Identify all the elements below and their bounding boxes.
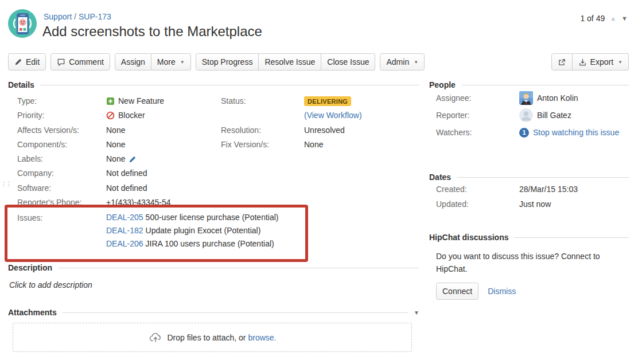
people-section-title: People — [429, 80, 456, 89]
comment-bubble-icon — [57, 58, 65, 66]
hipchat-prompt-text: Do you want to discuss this issue? Conne… — [436, 250, 621, 275]
assignee-name-link[interactable]: Anton Kolin — [537, 93, 578, 103]
chevron-down-icon: ▼ — [414, 60, 418, 65]
export-download-icon — [578, 58, 587, 66]
fix-version-value: None — [304, 138, 323, 152]
details-section-title: Details — [8, 80, 34, 89]
people-section-header: People — [429, 80, 629, 89]
reporter-row: Reporter: Bill Gatez — [429, 107, 629, 124]
reporters-phone-value: +1(433)-43345-54 — [106, 195, 170, 210]
issue-key-link[interactable]: DEAL-206 — [106, 239, 143, 248]
people-module: People Assignee: Anton Kolin Reporter: — [429, 80, 629, 141]
description-placeholder[interactable]: Click to add description — [9, 280, 419, 289]
field-row-status: Status: DELIVERING — [221, 94, 419, 108]
project-avatar — [8, 9, 37, 38]
workflow-group: Stop Progress Resolve Issue Close Issue — [196, 53, 376, 71]
upload-cloud-icon — [149, 331, 162, 345]
view-workflow-link[interactable]: (View Workflow) — [304, 108, 362, 123]
field-row-affects-version: Affects Version/s: None — [17, 123, 221, 138]
field-row-reporters-phone: Reporter's Phone: +1(433)-43345-54 — [17, 195, 221, 210]
field-row-fix-version: Fix Version/s: None — [221, 138, 419, 152]
assignee-avatar — [519, 91, 533, 105]
pager-previous-icon[interactable]: ▲ — [610, 15, 616, 22]
resolution-value: Unresolved — [304, 123, 345, 138]
drop-files-text: Drop files to attach, orbrowse. — [168, 333, 277, 342]
more-button[interactable]: More▼ — [151, 53, 191, 71]
blocker-priority-icon — [106, 111, 115, 120]
new-feature-icon — [106, 97, 115, 105]
issue-key-link[interactable]: DEAL-205 — [106, 213, 143, 222]
hipchat-section-header: HipChat discussions — [429, 233, 629, 242]
description-section-header: Description — [8, 263, 419, 272]
chevron-down-icon: ▼ — [618, 60, 623, 65]
jira-issue-page: Support/SUP-173 Add screenshots to the M… — [0, 0, 638, 364]
share-button[interactable] — [551, 53, 573, 71]
comment-button[interactable]: Comment — [50, 53, 110, 71]
issue-pager: 1 of 49 ▲ ▼ — [580, 14, 628, 23]
resolve-issue-button[interactable]: Resolve Issue — [259, 53, 321, 71]
attachments-section-title: Attachments — [8, 308, 57, 317]
description-module: Description Click to add description — [8, 263, 419, 289]
stop-watching-link[interactable]: Stop watching this issue — [533, 128, 619, 137]
affects-version-value: None — [106, 123, 125, 138]
reporter-name-link[interactable]: Bill Gatez — [537, 111, 571, 120]
attachment-drop-zone[interactable]: Drop files to attach, orbrowse. — [13, 323, 412, 352]
dates-section-header: Dates — [429, 173, 629, 182]
updated-value: Just now — [519, 197, 551, 212]
issue-key-link[interactable]: DEAL-182 — [106, 226, 143, 235]
software-value: Not defined — [106, 181, 147, 195]
chevron-down-icon: ▼ — [180, 60, 185, 65]
share-icon — [558, 58, 566, 66]
field-row-type: Type: New Feature — [17, 94, 221, 108]
created-row: Created: 28/Mar/15 15:03 — [429, 182, 629, 197]
dismiss-link[interactable]: Dismiss — [488, 287, 516, 296]
field-row-component: Component/s: None — [17, 138, 221, 152]
stop-progress-button[interactable]: Stop Progress — [196, 53, 259, 71]
status-badge: DELIVERING — [304, 96, 351, 106]
field-row-software: Software: Not defined — [17, 181, 221, 195]
field-row-resolution: Resolution: Unresolved — [221, 123, 419, 138]
breadcrumb-separator: / — [74, 12, 76, 21]
watchers-count-badge: 1 — [519, 128, 529, 138]
updated-row: Updated: Just now — [429, 197, 629, 212]
field-row-company: Company: Not defined — [17, 166, 221, 181]
reporter-avatar — [519, 108, 533, 122]
breadcrumb-issue-key-link[interactable]: SUP-173 — [79, 12, 111, 21]
component-value: None — [106, 138, 125, 152]
assign-more-group: Assign More▼ — [115, 53, 191, 71]
assign-button[interactable]: Assign — [115, 53, 151, 71]
field-row-issues: Issues: DEAL-205500-user license purchas… — [17, 211, 221, 251]
edit-labels-pencil-icon[interactable] — [129, 155, 137, 163]
toolbar: Edit Comment Assign More▼ Stop Progress … — [8, 53, 629, 71]
pager-next-icon[interactable]: ▼ — [621, 15, 628, 22]
details-section-header: Details — [8, 80, 419, 89]
priority-value: Blocker — [118, 108, 145, 123]
edit-button[interactable]: Edit — [8, 53, 46, 71]
collapse-section-icon[interactable]: ▼ — [414, 310, 419, 316]
description-section-title: Description — [8, 263, 52, 272]
field-row-view-workflow: (View Workflow) — [221, 108, 419, 123]
labels-value: None — [106, 152, 125, 166]
dates-module: Dates Created: 28/Mar/15 15:03 Updated: … — [429, 173, 629, 212]
sidebar-resize-handle[interactable]: ⋮⋮ — [1, 182, 6, 187]
browse-link[interactable]: browse. — [248, 333, 276, 342]
company-value: Not defined — [106, 166, 147, 181]
close-issue-button[interactable]: Close Issue — [321, 53, 375, 71]
admin-button[interactable]: Admin▼ — [380, 53, 425, 71]
watchers-row: Watchers: 1 Stop watching this issue — [429, 124, 629, 141]
export-button[interactable]: Export▼ — [573, 53, 629, 71]
breadcrumb-project-link[interactable]: Support — [44, 12, 72, 21]
dates-section-title: Dates — [429, 173, 451, 182]
created-value: 28/Mar/15 15:03 — [519, 182, 578, 197]
assignee-row: Assignee: Anton Kolin — [429, 89, 629, 107]
hipchat-module: HipChat discussions Do you want to discu… — [429, 233, 629, 300]
type-value: New Feature — [118, 94, 164, 108]
connect-button[interactable]: Connect — [436, 283, 478, 300]
attachments-section-header: Attachments ▼ — [8, 308, 419, 317]
field-row-labels: Labels: None — [17, 152, 221, 166]
attachments-module: Attachments ▼ Drop files to attach, orbr… — [8, 308, 419, 352]
details-module: Details Type: New Feature Priority: Bloc… — [8, 80, 419, 251]
hipchat-section-title: HipChat discussions — [429, 233, 508, 242]
issue-title: Add screenshots to the Marketplace — [42, 24, 262, 40]
pencil-icon — [14, 58, 22, 66]
